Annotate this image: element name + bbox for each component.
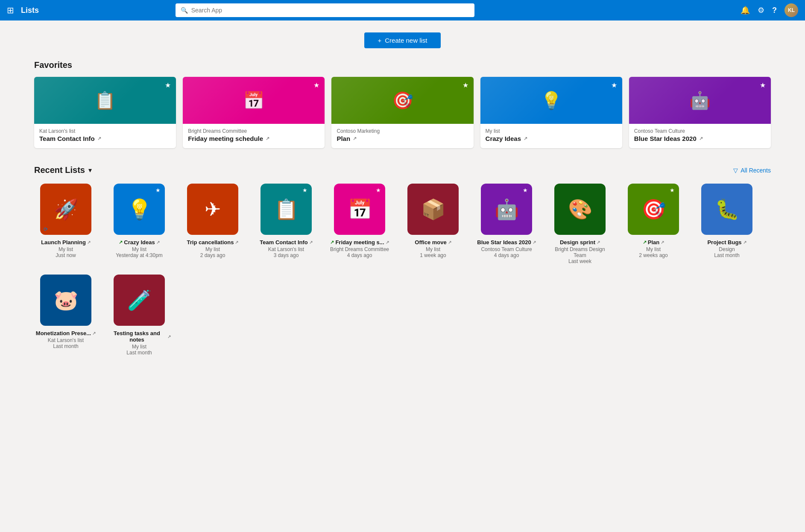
recent-item-owner: Bright Dreams Design Team — [548, 246, 612, 258]
recent-item-owner: Contoso Team Culture — [481, 246, 532, 252]
recent-item-owner: Kat Larson's list — [268, 246, 304, 252]
fav-card[interactable]: 🤖 ★ Contoso Team Culture Blue Star Ideas… — [629, 77, 771, 148]
share-icon: ↗ — [167, 334, 171, 339]
recent-item-title: ↗ Crazy Ideas ↗ — [119, 239, 159, 246]
list-item[interactable]: 🎯 ★ ↗ Plan ↗ My list 2 weeks ago — [622, 184, 685, 264]
waffle-menu-button[interactable]: ⊞ — [7, 5, 14, 15]
star-icon: ★ — [523, 187, 528, 193]
notification-button[interactable]: 🔔 — [741, 6, 750, 15]
recent-item-title: Launch Planning ↗ — [41, 239, 91, 246]
recent-grid: 🚀 ⟳ Launch Planning ↗ My list Just now 💡… — [34, 184, 771, 356]
favorites-grid: 📋 ★ Kat Larson's list Team Contact Info … — [34, 77, 771, 148]
recent-item-title: Blue Star Ideas 2020 ↗ — [477, 239, 536, 246]
recent-icon-wrap: 🧪 — [114, 275, 165, 326]
list-item[interactable]: ✈ Trip cancellations ↗ My list 2 days ag… — [181, 184, 244, 264]
recent-item-owner: My list — [132, 246, 146, 252]
fav-owner: My list — [486, 128, 617, 134]
share-icon: ↗ — [661, 240, 664, 245]
list-item[interactable]: 📋 ★ Team Contact Info ↗ Kat Larson's lis… — [255, 184, 318, 264]
recent-item-title: Office move ↗ — [415, 239, 451, 246]
recent-item-time: 2 weeks ago — [639, 252, 667, 258]
list-item[interactable]: 🐛 Project Bugs ↗ Design Last month — [695, 184, 758, 264]
share-icon: ↗ — [235, 240, 238, 245]
share-icon: ↗ — [309, 240, 313, 245]
recent-icon-wrap: 🤖 ★ — [481, 184, 532, 235]
fav-name: Crazy Ideas ↗ — [486, 135, 617, 142]
recent-item-owner: My list — [132, 344, 146, 350]
recent-icon-wrap: 🚀 ⟳ — [40, 184, 91, 235]
recent-item-owner: My list — [646, 246, 661, 252]
fav-card[interactable]: 📋 ★ Kat Larson's list Team Contact Info … — [34, 77, 176, 148]
recent-item-owner: My list — [59, 246, 73, 252]
list-item[interactable]: 🤖 ★ Blue Star Ideas 2020 ↗ Contoso Team … — [475, 184, 538, 264]
search-icon: 🔍 — [181, 7, 188, 14]
recent-list-icon: 🧪 — [127, 289, 152, 312]
fav-card[interactable]: 📅 ★ Bright Dreams Committee Friday meeti… — [183, 77, 325, 148]
star-icon: ★ — [376, 187, 381, 193]
fav-card-icon: 📋 — [94, 91, 116, 111]
recent-item-time: Last month — [714, 252, 739, 258]
share-icon: ↗ — [448, 240, 451, 245]
all-recents-button[interactable]: ▽ All Recents — [733, 167, 771, 174]
recent-item-time: Last month — [53, 343, 78, 349]
create-button-label: Create new list — [385, 37, 427, 44]
chevron-down-icon: ▾ — [88, 166, 92, 174]
all-recents-label: All Recents — [741, 167, 771, 174]
help-button[interactable]: ? — [772, 6, 777, 15]
list-item[interactable]: 💡 ★ ↗ Crazy Ideas ↗ My list Yesterday at… — [108, 184, 171, 264]
fav-card-info: Contoso Team Culture Blue Star Ideas 202… — [629, 124, 771, 148]
recent-title: Recent Lists — [34, 165, 85, 175]
settings-button[interactable]: ⚙ — [758, 6, 764, 15]
share-icon: ↗ — [533, 240, 536, 245]
recent-icon-wrap: 📋 ★ — [261, 184, 312, 235]
star-icon: ★ — [760, 81, 766, 89]
recent-item-title: Team Contact Info ↗ — [260, 239, 312, 246]
recent-item-time: Last week — [568, 258, 591, 264]
fav-card-icon: 🤖 — [689, 91, 711, 111]
fav-card-image: 🤖 ★ — [629, 77, 771, 124]
recent-list-icon: ✈ — [205, 198, 221, 221]
avatar[interactable]: KL — [785, 3, 798, 17]
list-item[interactable]: 🚀 ⟳ Launch Planning ↗ My list Just now — [34, 184, 97, 264]
fav-card-icon: 💡 — [541, 91, 562, 111]
star-icon: ★ — [155, 187, 161, 193]
fav-owner: Contoso Team Culture — [634, 128, 766, 134]
share-icon: ↗ — [353, 136, 357, 141]
list-item[interactable]: 🧪 Testing tasks and notes ↗ My list Last… — [108, 275, 171, 356]
list-item[interactable]: 🎨 Design sprint ↗ Bright Dreams Design T… — [548, 184, 612, 264]
recent-title-group[interactable]: Recent Lists ▾ — [34, 165, 92, 175]
create-new-list-button[interactable]: + Create new list — [364, 32, 441, 48]
fav-card-info: Kat Larson's list Team Contact Info ↗ — [34, 124, 176, 148]
list-item[interactable]: 🐷 Monetization Prese... ↗ Kat Larson's l… — [34, 275, 97, 356]
recent-lists-section: Recent Lists ▾ ▽ All Recents 🚀 ⟳ Launch … — [34, 165, 771, 356]
recent-list-icon: 📅 — [348, 198, 372, 221]
recent-item-owner: Design — [719, 246, 735, 252]
recent-list-icon: 🐷 — [54, 289, 78, 312]
list-item[interactable]: 📦 Office move ↗ My list 1 week ago — [401, 184, 465, 264]
share-icon: ↗ — [524, 136, 527, 141]
share-icon: ↗ — [743, 240, 746, 245]
app-header: ⊞ Lists 🔍 🔔 ⚙ ? KL — [0, 0, 805, 20]
share-icon: ↗ — [597, 240, 600, 245]
plus-icon: + — [378, 37, 382, 44]
list-item[interactable]: 📅 ★ ↗ Friday meeting s... ↗ Bright Dream… — [328, 184, 391, 264]
fav-card[interactable]: 💡 ★ My list Crazy Ideas ↗ — [480, 77, 622, 148]
fav-card-image: 📋 ★ — [34, 77, 176, 124]
recent-item-time: 1 week ago — [420, 252, 446, 258]
recent-item-title: ↗ Plan ↗ — [643, 239, 664, 246]
recent-icon-wrap: 🐛 — [701, 184, 752, 235]
recent-list-icon: 🤖 — [495, 198, 519, 221]
fav-card[interactable]: 🎯 ★ Contoso Marketing Plan ↗ — [331, 77, 473, 148]
search-bar: 🔍 — [176, 3, 474, 17]
recent-item-owner: Bright Dreams Committee — [330, 246, 389, 252]
fav-card-info: Bright Dreams Committee Friday meeting s… — [183, 124, 325, 148]
filter-icon: ▽ — [733, 167, 738, 174]
search-input[interactable] — [191, 7, 469, 14]
fav-card-image: 💡 ★ — [480, 77, 622, 124]
fav-name: Team Contact Info ↗ — [39, 135, 171, 142]
recent-header-row: Recent Lists ▾ ▽ All Recents — [34, 165, 771, 175]
waffle-icon: ⊞ — [7, 5, 14, 15]
fav-name: Plan ↗ — [337, 135, 468, 142]
recent-icon-wrap: 📦 — [407, 184, 459, 235]
fav-name: Friday meeting schedule ↗ — [188, 135, 319, 142]
